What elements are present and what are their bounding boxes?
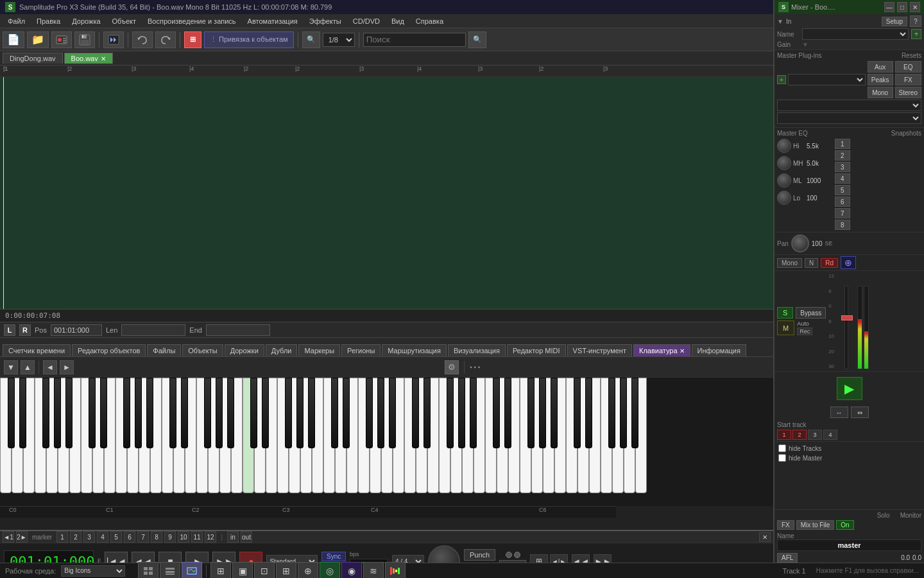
end-field[interactable] xyxy=(206,324,270,336)
marker-12[interactable]: 12 xyxy=(205,531,216,543)
add-plugin-button[interactable]: + xyxy=(777,75,786,84)
menu-help[interactable]: Справка xyxy=(411,16,449,26)
n-button[interactable]: N xyxy=(805,258,818,268)
mix-to-file-button[interactable]: Mix to File xyxy=(796,520,835,530)
black-key-Dsh6[interactable] xyxy=(504,378,511,448)
fader-thumb[interactable] xyxy=(841,315,853,320)
black-key-Gsh3[interactable] xyxy=(296,378,304,448)
search-input[interactable] xyxy=(363,33,466,47)
tab-timecounter[interactable]: Счетчик времени xyxy=(3,344,71,356)
menu-track[interactable]: Дорожка xyxy=(67,16,105,26)
mono-toggle-button[interactable]: Mono xyxy=(777,258,802,268)
snapshot-8-button[interactable]: 8 xyxy=(835,220,850,230)
bt-icon-9[interactable]: ◎ xyxy=(320,562,340,579)
menu-effects[interactable]: Эффекты xyxy=(304,16,346,26)
black-key-Ash5[interactable] xyxy=(470,378,477,448)
record-file-button[interactable] xyxy=(51,31,72,48)
marker-11[interactable]: 11 xyxy=(191,531,203,543)
eq-lo-knob[interactable] xyxy=(777,191,791,205)
bt-icon-11[interactable]: ≋ xyxy=(363,562,384,579)
menu-file[interactable]: Файл xyxy=(3,16,30,26)
tab-tracks[interactable]: Дорожки xyxy=(225,344,264,356)
eq-ml-knob[interactable] xyxy=(777,173,791,188)
snapshot-4-button[interactable]: 4 xyxy=(835,173,850,184)
snapshot-5-button[interactable]: 5 xyxy=(835,185,850,195)
tab-visualization[interactable]: Визуализация xyxy=(448,344,506,356)
black-key-Csh1[interactable] xyxy=(89,378,96,448)
black-key-Csh2[interactable] xyxy=(169,378,176,448)
black-key-Ash1[interactable] xyxy=(146,378,153,448)
mixdown-button[interactable] xyxy=(103,31,124,48)
black-key-Ash4[interactable] xyxy=(389,378,396,448)
snapshot-7-button[interactable]: 7 xyxy=(835,208,850,218)
bt-icon-2[interactable] xyxy=(160,562,180,579)
black-key-Csh5[interactable] xyxy=(412,378,419,448)
black-key-Csh7[interactable] xyxy=(574,378,581,448)
new-button[interactable]: 📄 xyxy=(3,31,24,48)
mono-button[interactable]: Mono xyxy=(868,87,893,98)
eq-hi-knob[interactable] xyxy=(777,139,791,153)
master-fader[interactable] xyxy=(837,286,856,369)
black-key-Ash2[interactable] xyxy=(227,378,234,448)
black-key-Ash6[interactable] xyxy=(551,378,558,448)
fx-panel-button[interactable]: FX xyxy=(777,520,794,530)
menu-cddvd[interactable]: CD/DVD xyxy=(348,16,385,26)
rec-button[interactable]: Rec xyxy=(797,328,812,335)
black-key-Gsh5[interactable] xyxy=(458,378,465,448)
link-left-button[interactable]: ↔ xyxy=(830,407,848,418)
bt-icon-12[interactable] xyxy=(385,562,406,579)
black-key-Fsh3[interactable] xyxy=(285,378,292,448)
aux-button[interactable]: Aux xyxy=(868,66,893,73)
fx-button[interactable]: FX xyxy=(895,74,921,85)
tab-keyboard[interactable]: Клавиатура ✕ xyxy=(633,344,690,356)
plugin-select-3[interactable] xyxy=(777,112,921,124)
tab-dubli[interactable]: Дубли xyxy=(266,344,298,356)
tab-midieditor[interactable]: Редактор MIDI xyxy=(507,344,566,356)
left-channel-button[interactable]: L xyxy=(4,324,15,336)
black-key-Csh0[interactable] xyxy=(8,378,15,448)
env-select[interactable]: Big Icons Small Icons xyxy=(61,565,125,577)
bt-icon-10[interactable]: ◉ xyxy=(341,562,362,579)
tab-routing[interactable]: Маршрутизация xyxy=(382,344,447,356)
piano-up-button[interactable]: ▲ xyxy=(21,360,35,374)
bt-icon-1[interactable] xyxy=(138,562,158,579)
bt-icon-6[interactable]: ⊡ xyxy=(254,562,275,579)
black-key-Gsh2[interactable] xyxy=(216,378,223,448)
tab-files[interactable]: Файлы xyxy=(147,344,181,356)
start-track-4[interactable]: 4 xyxy=(823,430,837,440)
tab-boo[interactable]: Boo.wav ✕ xyxy=(64,53,113,64)
black-key-Ash3[interactable] xyxy=(308,378,315,448)
eq-button[interactable]: EQ xyxy=(895,66,921,73)
black-key-Dsh3[interactable] xyxy=(262,378,269,448)
black-key-Gsh1[interactable] xyxy=(135,378,142,448)
marker-1[interactable]: 1 xyxy=(56,531,68,543)
tab-objects[interactable]: Объекты xyxy=(182,344,223,356)
marker-2[interactable]: 2 xyxy=(70,531,81,543)
black-key-Dsh5[interactable] xyxy=(424,378,431,448)
position-field[interactable]: 001:01:000 xyxy=(51,324,102,336)
black-key-Gsh4[interactable] xyxy=(377,378,384,448)
transport-close-button[interactable]: ✕ xyxy=(759,532,771,542)
black-key-Fsh5[interactable] xyxy=(447,378,454,448)
hide-tracks-checkbox[interactable] xyxy=(778,444,786,452)
menu-automation[interactable]: Автоматизация xyxy=(243,16,303,26)
in-button[interactable]: in xyxy=(227,531,239,543)
start-track-2[interactable]: 2 xyxy=(792,430,807,440)
punch-button[interactable]: Punch xyxy=(464,549,495,561)
marker-9[interactable]: 9 xyxy=(164,531,176,543)
piano-settings-button[interactable]: ⚙ xyxy=(445,360,459,374)
out-button[interactable]: out xyxy=(241,531,252,543)
snap-to-grid-button[interactable]: ⋮ Привязка к объектам xyxy=(204,31,294,48)
bt-icon-3[interactable] xyxy=(182,562,202,579)
black-key-Fsh7[interactable] xyxy=(608,378,615,448)
mute-button[interactable]: M xyxy=(777,320,794,335)
marker-prev-button[interactable]: ◄1 xyxy=(3,531,14,543)
menu-edit[interactable]: Правка xyxy=(31,16,65,26)
marker-5[interactable]: 5 xyxy=(110,531,122,543)
solo-button[interactable]: S xyxy=(777,307,793,319)
black-key-Gsh6[interactable] xyxy=(539,378,546,448)
tab-objecteditor[interactable]: Редактор объектов xyxy=(72,344,146,356)
bypass-button[interactable]: Bypass xyxy=(796,307,826,319)
piano-down-button[interactable]: ▼ xyxy=(4,360,18,374)
marker-7[interactable]: 7 xyxy=(137,531,149,543)
